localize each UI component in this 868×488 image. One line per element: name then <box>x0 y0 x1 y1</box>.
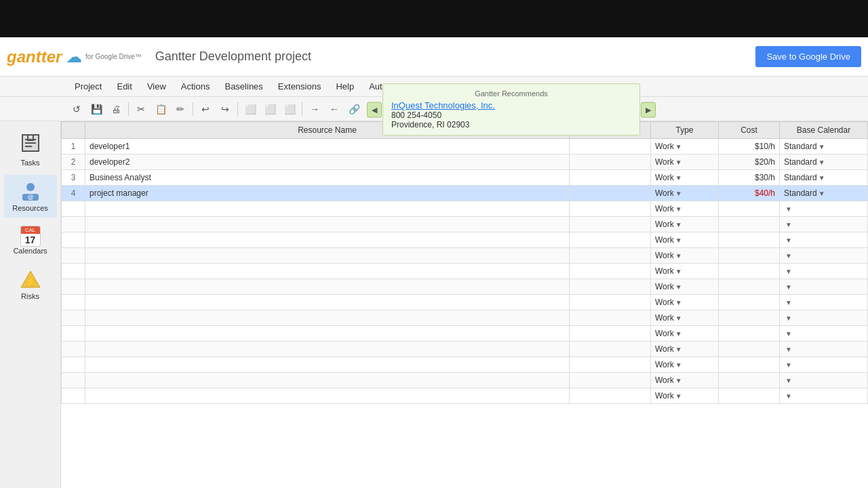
type-dropdown-arrow[interactable]: ▼ <box>675 252 682 260</box>
base-calendar-dropdown-arrow[interactable]: ▼ <box>785 392 792 400</box>
menu-view[interactable]: View <box>140 79 173 94</box>
type-dropdown-arrow[interactable]: ▼ <box>675 221 682 228</box>
resource-email-cell[interactable] <box>570 170 651 186</box>
print-button[interactable]: 🖨 <box>107 100 125 118</box>
table-row[interactable]: Work▼▼ <box>62 326 868 342</box>
base-calendar-dropdown-arrow[interactable]: ▼ <box>785 330 792 338</box>
resource-email-cell[interactable] <box>570 310 651 326</box>
type-dropdown-arrow[interactable]: ▼ <box>675 377 682 384</box>
table-row[interactable]: Work▼▼ <box>62 295 868 310</box>
table-row[interactable]: Work▼▼ <box>62 264 868 279</box>
resource-email-cell[interactable] <box>570 295 651 310</box>
save-to-google-drive-button[interactable]: Save to Google Drive <box>755 46 861 67</box>
resource-cost-cell[interactable] <box>719 232 780 248</box>
menu-baselines[interactable]: Baselines <box>218 79 269 94</box>
base-calendar-dropdown-arrow[interactable]: ▼ <box>818 143 825 150</box>
table-row[interactable]: Work▼▼ <box>62 373 868 388</box>
resource-email-cell[interactable] <box>570 186 651 201</box>
type-dropdown-arrow[interactable]: ▼ <box>675 346 682 353</box>
base-calendar-dropdown-arrow[interactable]: ▼ <box>785 205 792 213</box>
type-dropdown-arrow[interactable]: ▼ <box>675 392 682 400</box>
resource-name-cell[interactable]: developer2 <box>85 155 570 170</box>
outdent-button[interactable]: ⬜ <box>261 100 279 118</box>
resource-name-cell[interactable]: Business Analyst <box>85 170 570 186</box>
resource-name-cell[interactable] <box>85 342 570 357</box>
undo-button[interactable]: ↩ <box>197 100 214 118</box>
type-dropdown-arrow[interactable]: ▼ <box>675 299 682 306</box>
resource-name-cell[interactable] <box>85 217 570 232</box>
ad-next-button[interactable]: ▶ <box>641 102 656 117</box>
resource-cost-cell[interactable] <box>719 217 780 232</box>
menu-edit[interactable]: Edit <box>110 79 138 94</box>
resource-cost-cell[interactable] <box>719 264 780 279</box>
menu-project[interactable]: Project <box>68 79 108 94</box>
resource-email-cell[interactable] <box>570 357 651 373</box>
resource-cost-cell[interactable]: $30/h <box>719 170 780 186</box>
resource-cost-cell[interactable] <box>719 310 780 326</box>
resource-name-cell[interactable] <box>85 201 570 217</box>
base-calendar-dropdown-arrow[interactable]: ▼ <box>785 237 792 244</box>
base-calendar-dropdown-arrow[interactable]: ▼ <box>785 252 792 260</box>
resource-cost-cell[interactable]: $40/h <box>719 186 780 201</box>
resource-name-cell[interactable] <box>85 279 570 295</box>
base-calendar-dropdown-arrow[interactable]: ▼ <box>818 159 825 166</box>
ad-company-link[interactable]: InQuest Technologies, Inc. <box>391 100 495 110</box>
resource-cost-cell[interactable] <box>719 373 780 388</box>
base-calendar-dropdown-arrow[interactable]: ▼ <box>785 221 792 228</box>
resource-cost-cell[interactable] <box>719 248 780 264</box>
link-forward-button[interactable]: → <box>306 100 323 118</box>
resource-name-cell[interactable]: developer1 <box>85 139 570 155</box>
menu-actions[interactable]: Actions <box>174 79 217 94</box>
sidebar-item-risks[interactable]: ⚡ Risks <box>4 263 57 306</box>
resource-email-cell[interactable] <box>570 139 651 155</box>
table-row[interactable]: Work▼▼ <box>62 388 868 404</box>
sidebar-item-resources[interactable]: @ Resources <box>4 175 57 218</box>
resource-email-cell[interactable] <box>570 201 651 217</box>
resource-email-cell[interactable] <box>570 264 651 279</box>
base-calendar-dropdown-arrow[interactable]: ▼ <box>785 299 792 306</box>
resource-email-cell[interactable] <box>570 326 651 342</box>
base-calendar-dropdown-arrow[interactable]: ▼ <box>818 174 825 182</box>
table-row[interactable]: Work▼▼ <box>62 279 868 295</box>
resource-email-cell[interactable] <box>570 248 651 264</box>
base-calendar-dropdown-arrow[interactable]: ▼ <box>785 283 792 291</box>
resource-cost-cell[interactable] <box>719 357 780 373</box>
save-button[interactable]: 💾 <box>87 100 105 118</box>
task-button[interactable]: ⬜ <box>281 100 298 118</box>
resource-cost-cell[interactable] <box>719 388 780 404</box>
table-row[interactable]: Work▼▼ <box>62 310 868 326</box>
redo-button[interactable]: ↪ <box>216 100 234 118</box>
type-dropdown-arrow[interactable]: ▼ <box>675 283 682 291</box>
table-row[interactable]: Work▼▼ <box>62 357 868 373</box>
resource-cost-cell[interactable] <box>719 295 780 310</box>
menu-help[interactable]: Help <box>329 79 361 94</box>
ad-prev-button[interactable]: ◀ <box>367 102 382 117</box>
resource-name-cell[interactable] <box>85 248 570 264</box>
resource-name-cell[interactable] <box>85 373 570 388</box>
resource-name-cell[interactable] <box>85 388 570 404</box>
resource-name-cell[interactable] <box>85 232 570 248</box>
type-dropdown-arrow[interactable]: ▼ <box>675 205 682 213</box>
base-calendar-dropdown-arrow[interactable]: ▼ <box>785 346 792 353</box>
type-dropdown-arrow[interactable]: ▼ <box>675 361 682 369</box>
resource-name-cell[interactable] <box>85 357 570 373</box>
sidebar-item-calendars[interactable]: CAL 17 Calendars <box>4 220 57 260</box>
type-dropdown-arrow[interactable]: ▼ <box>675 190 682 197</box>
copy-button[interactable]: 📋 <box>152 100 170 118</box>
resource-email-cell[interactable] <box>570 155 651 170</box>
resource-cost-cell[interactable] <box>719 342 780 357</box>
table-row[interactable]: 3Business AnalystWork▼$30/hStandard▼ <box>62 170 868 186</box>
resource-email-cell[interactable] <box>570 373 651 388</box>
base-calendar-dropdown-arrow[interactable]: ▼ <box>785 361 792 369</box>
resource-cost-cell[interactable] <box>719 201 780 217</box>
table-row[interactable]: Work▼▼ <box>62 232 868 248</box>
table-row[interactable]: Work▼▼ <box>62 201 868 217</box>
edit-button[interactable]: ✏ <box>172 100 189 118</box>
type-dropdown-arrow[interactable]: ▼ <box>675 143 682 150</box>
resource-email-cell[interactable] <box>570 388 651 404</box>
resource-cost-cell[interactable]: $10/h <box>719 139 780 155</box>
indent-button[interactable]: ⬜ <box>241 100 259 118</box>
resource-name-cell[interactable] <box>85 326 570 342</box>
resource-cost-cell[interactable] <box>719 326 780 342</box>
base-calendar-dropdown-arrow[interactable]: ▼ <box>818 190 825 197</box>
